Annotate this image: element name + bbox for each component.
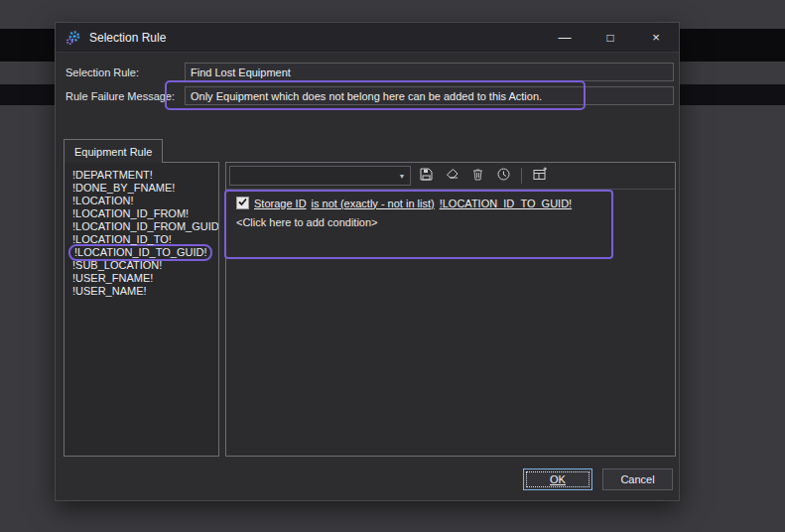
- rule-failure-message-label: Rule Failure Message:: [65, 90, 175, 102]
- ok-button[interactable]: OK: [523, 468, 592, 490]
- check-icon: [237, 196, 248, 210]
- layout-button[interactable]: [529, 166, 550, 187]
- list-item[interactable]: !DEPARTMENT!: [68, 169, 218, 182]
- preset-combobox[interactable]: ▼: [229, 166, 411, 186]
- history-button[interactable]: [493, 166, 514, 187]
- maximize-button[interactable]: □: [588, 23, 633, 52]
- list-item[interactable]: !LOCATION_ID_FROM!: [68, 207, 218, 220]
- condition-operator-link[interactable]: is not (exactly - not in list): [312, 198, 435, 209]
- trash-icon: [470, 167, 485, 185]
- window-controls: — □ ×: [542, 23, 679, 52]
- fields-list: !DEPARTMENT! !DONE_BY_FNAME! !LOCATION! …: [64, 162, 219, 457]
- condition-panel: ▼: [225, 162, 676, 457]
- close-button[interactable]: ×: [633, 23, 679, 52]
- list-item[interactable]: !DONE_BY_FNAME!: [68, 182, 218, 195]
- list-item[interactable]: !LOCATION_ID_FROM_GUID!: [68, 220, 218, 233]
- clear-button[interactable]: [442, 166, 462, 187]
- ok-button-label: OK: [550, 473, 566, 485]
- window-title: Selection Rule: [89, 31, 166, 45]
- selection-rule-label: Selection Rule:: [65, 66, 139, 78]
- selection-rule-dialog: Selection Rule — □ × Selection Rule: Rul…: [55, 22, 680, 501]
- clock-icon: [496, 167, 511, 185]
- list-item[interactable]: !USER_FNAME!: [68, 272, 218, 285]
- toolbar-separator: [521, 168, 522, 184]
- condition-row: Storage ID is not (exactly - not in list…: [236, 197, 572, 209]
- add-condition-prompt[interactable]: <Click here to add condition>: [236, 216, 572, 228]
- condition-field-link[interactable]: Storage ID: [254, 198, 307, 209]
- rule-failure-message-input[interactable]: [185, 86, 674, 105]
- preset-combobox-value: [230, 176, 394, 177]
- floppy-icon: [419, 167, 434, 185]
- gears-icon: [65, 30, 81, 46]
- delete-button[interactable]: [467, 166, 488, 187]
- condition-toolbar: ▼: [226, 163, 675, 190]
- list-item[interactable]: !LOCATION!: [68, 195, 218, 207]
- cancel-button[interactable]: Cancel: [602, 468, 673, 490]
- list-item[interactable]: !USER_NAME!: [68, 285, 218, 298]
- save-button[interactable]: [416, 166, 437, 187]
- chevron-down-icon: ▼: [394, 173, 410, 180]
- eraser-icon: [445, 167, 459, 185]
- condition-area: Storage ID is not (exactly - not in list…: [236, 197, 572, 228]
- condition-value-link[interactable]: !LOCATION_ID_TO_GUID!: [440, 198, 572, 209]
- title-bar[interactable]: Selection Rule — □ ×: [56, 23, 679, 53]
- list-item[interactable]: !SUB_LOCATION!: [68, 259, 218, 272]
- tab-equipment-rule[interactable]: Equipment Rule: [64, 139, 163, 163]
- minimize-button[interactable]: —: [542, 23, 588, 52]
- grid-window-icon: [532, 167, 548, 185]
- condition-checkbox[interactable]: [236, 197, 249, 209]
- cancel-button-label: Cancel: [620, 473, 654, 485]
- selection-rule-input[interactable]: [185, 63, 674, 81]
